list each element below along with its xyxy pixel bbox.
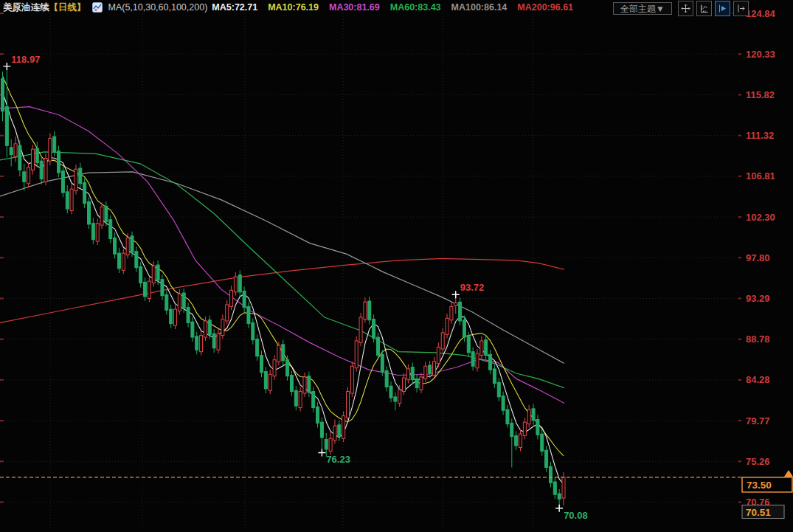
extreme-cross-marker <box>318 449 325 456</box>
axis-scale-icon[interactable] <box>696 1 712 16</box>
extreme-price-label: 93.72 <box>460 282 485 293</box>
price-axis-label: 97.80 <box>746 252 770 263</box>
candlestick-chart[interactable]: 124.84120.33115.82111.32106.81102.3097.8… <box>0 0 793 532</box>
price-axis-label: 88.78 <box>746 334 770 345</box>
chart-toolbar: 全部主题▼ <box>613 1 749 16</box>
replay-icon[interactable] <box>715 1 730 16</box>
price-axis-label: 124.84 <box>746 8 776 19</box>
ma-values-list: MA5:72.71MA10:76.19MA30:81.69MA60:83.43M… <box>212 2 573 13</box>
ma-value-label: MA200:96.61 <box>517 2 573 13</box>
low-scale-label: 70.51 <box>746 507 771 518</box>
price-axis-label: 106.81 <box>746 170 775 182</box>
current-price-arrow-icon <box>784 470 793 477</box>
symbol-name: 美原油连续 <box>3 2 49 13</box>
ma-line-MA10 <box>3 76 564 456</box>
price-axis: 124.84120.33115.82111.32106.81102.3097.8… <box>742 8 792 519</box>
theme-dropdown[interactable]: 全部主题▼ <box>613 2 672 15</box>
extreme-price-label: 118.97 <box>11 54 40 65</box>
jump-latest-icon[interactable] <box>733 1 749 16</box>
price-axis-label: 84.28 <box>746 374 770 385</box>
price-axis-label: 111.32 <box>746 130 774 141</box>
indicator-chart-icon[interactable] <box>92 2 103 13</box>
extreme-cross-marker <box>452 291 460 298</box>
ma-lines-layer <box>0 76 564 484</box>
extreme-price-label: 76.23 <box>326 454 350 465</box>
price-axis-label: 75.26 <box>746 456 770 467</box>
price-axis-label: 93.29 <box>746 293 770 304</box>
trading-app-window: 124.84120.33115.82111.32106.81102.3097.8… <box>0 0 793 532</box>
price-axis-label: 120.33 <box>746 49 775 60</box>
ma-value-label: MA30:81.69 <box>329 2 380 13</box>
period-label: 【日线】 <box>49 2 86 13</box>
annotations-layer: 118.9793.7276.2370.08 <box>3 54 587 521</box>
price-axis-label: 102.30 <box>746 212 775 223</box>
grid-layer <box>0 10 741 528</box>
ma-value-label: MA5:72.71 <box>212 2 257 13</box>
extreme-cross-marker <box>555 505 563 512</box>
extreme-cross-marker <box>3 63 10 70</box>
current-price-line <box>0 470 793 477</box>
crosshair-pan-icon[interactable] <box>678 1 693 16</box>
extreme-price-label: 70.08 <box>564 510 588 521</box>
ma-value-label: MA100:86.14 <box>451 2 508 13</box>
chart-header: 美原油连续【日线】 MA(5,10,30,60,100,200) MA5:72.… <box>3 1 573 14</box>
ma-value-label: MA60:83.43 <box>390 2 441 13</box>
symbol-title: 美原油连续【日线】 <box>3 1 86 14</box>
price-axis-label: 115.82 <box>746 89 775 100</box>
current-price-label: 73.50 <box>747 480 772 491</box>
ma-settings-label: MA(5,10,30,60,100,200) <box>108 2 208 13</box>
price-axis-label: 79.77 <box>746 415 770 426</box>
ma-value-label: MA10:76.19 <box>268 2 319 13</box>
